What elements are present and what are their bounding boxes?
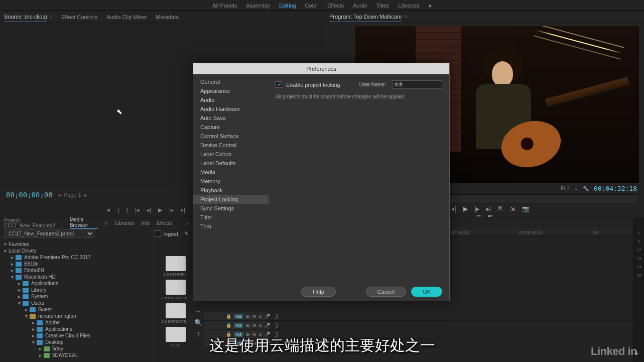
p-mark-out[interactable]: ▸| — [486, 205, 491, 212]
tab-program[interactable]: Program: Top Down Multicam — [329, 12, 402, 22]
p-play-icon[interactable]: ▶ — [463, 205, 468, 212]
p-lift-icon[interactable]: ⇱ — [498, 205, 503, 212]
page-next[interactable]: ▸ — [84, 192, 87, 198]
new-folder-icon[interactable]: ✎ — [184, 230, 189, 237]
pref-category[interactable]: Sync Settings — [193, 204, 269, 213]
enable-locking-checkbox[interactable]: ✔ — [276, 81, 282, 88]
tab-media-browser[interactable]: Media Browser — [70, 217, 98, 229]
pref-category[interactable]: Appearance — [193, 86, 269, 95]
pref-category[interactable]: Label Defaults — [193, 159, 269, 168]
pref-category[interactable]: Audio Hardware — [193, 104, 269, 113]
tree-item[interactable]: ▸Applications — [0, 280, 158, 287]
ws-audio[interactable]: Audio — [353, 3, 367, 9]
ok-button[interactable]: OK — [411, 287, 442, 297]
tree-item[interactable]: ▾Local Drives — [0, 248, 158, 254]
folder-thumb[interactable] — [166, 256, 186, 271]
tab-info[interactable]: Info — [141, 220, 150, 226]
tab-effect-controls[interactable]: Effect Controls — [61, 12, 97, 22]
username-input[interactable] — [392, 80, 442, 89]
prev-frame-icon[interactable]: ◂| — [147, 207, 151, 213]
p-export-icon[interactable]: 📷 — [522, 205, 530, 212]
source-tabs: Source: (no clips)≡ Effect Controls Audi… — [0, 11, 325, 23]
tabs-overflow[interactable]: » — [186, 220, 189, 226]
p-step-fwd[interactable]: |▸ — [475, 205, 479, 212]
pref-category[interactable]: Auto Save — [193, 113, 269, 123]
ws-assembly[interactable]: Assembly — [246, 3, 270, 9]
tree-item[interactable]: ▾Macintosh HD — [0, 274, 158, 280]
pref-category[interactable]: Audio — [193, 95, 269, 104]
settings-icon[interactable]: 🔧 — [583, 186, 589, 191]
source-menu-icon[interactable]: ≡ — [50, 13, 53, 21]
video-subtitle: 这是使用云端描述的主要好处之一 — [0, 335, 644, 356]
step-fwd-icon[interactable]: ▸| — [181, 207, 185, 213]
pref-category[interactable]: Media — [193, 168, 269, 177]
hand-tool-icon[interactable]: ↔ — [195, 307, 202, 315]
pref-category[interactable]: Titler — [193, 213, 269, 222]
tree-item[interactable]: ▾Favorites — [0, 241, 158, 248]
tab-effects-panel[interactable]: Effects — [157, 220, 172, 226]
tree-item[interactable]: ▸Guest — [0, 306, 158, 313]
tab-project[interactable]: Project: CC17_New_Features2 — [4, 217, 63, 228]
tab-source[interactable]: Source: (no clips) — [4, 12, 47, 22]
tree-item[interactable]: ▾richardharrington — [0, 313, 158, 319]
dialog-title: Preferences — [193, 63, 449, 74]
pref-category[interactable]: General — [193, 77, 269, 86]
cancel-button[interactable]: Cancel — [366, 287, 406, 297]
tree-item[interactable]: ▸Adobe Premiere Pro CC 2017 — [0, 254, 158, 261]
play-icon[interactable]: ▶ — [158, 207, 162, 213]
p-extract-icon[interactable]: ⇲ — [510, 205, 515, 212]
ws-libraries[interactable]: Libraries — [398, 3, 419, 9]
program-timecode[interactable]: 00:04:32:18 — [594, 185, 637, 192]
username-label: User Name: — [359, 82, 386, 87]
page-label: Page 1 — [64, 192, 81, 198]
tab-libraries[interactable]: Libraries — [115, 220, 134, 226]
help-button[interactable]: Help — [301, 287, 336, 297]
audio-track[interactable]: 🔒A2⊞MS🎤 — [204, 312, 633, 321]
tree-item[interactable]: ▸Applications — [0, 326, 158, 332]
folder-thumb[interactable] — [166, 280, 186, 295]
pref-category[interactable]: Trim — [193, 222, 269, 231]
ingest-label: Ingest — [163, 231, 178, 237]
pref-category[interactable]: Capture — [193, 123, 269, 132]
pref-category[interactable]: Playback — [193, 186, 269, 195]
goto-in-icon[interactable]: } — [126, 207, 128, 213]
pref-note: All projects must be closed before chang… — [276, 94, 442, 99]
pref-category[interactable]: Project Locking — [193, 195, 269, 204]
tree-item[interactable]: ▾Users — [0, 300, 158, 306]
ws-titles[interactable]: Titles — [376, 3, 389, 9]
tab-audio-mixer[interactable]: Audio Clip Mixer — [106, 12, 147, 22]
pref-category[interactable]: Memory — [193, 177, 269, 186]
workspace-bar: All Panels Assembly Editing Color Effect… — [0, 0, 644, 11]
next-frame-icon[interactable]: |▸ — [169, 207, 174, 213]
step-back-icon[interactable]: |◂ — [135, 207, 140, 213]
tree-item[interactable]: ▸Library — [0, 287, 158, 293]
p-step-back[interactable]: ◂| — [451, 205, 456, 212]
folder-thumb[interactable] — [166, 303, 186, 318]
source-timecode[interactable]: 00;00;00;00 — [6, 191, 53, 199]
ws-overflow[interactable]: » — [429, 3, 432, 9]
zoom-tool-icon[interactable]: 🔍 — [194, 319, 202, 326]
tree-item[interactable]: ▸B810n — [0, 261, 158, 267]
mark-in-icon[interactable]: ● — [107, 207, 110, 213]
program-menu-icon[interactable]: ≡ — [405, 13, 407, 21]
ws-all[interactable]: All Panels — [212, 3, 237, 9]
ws-color[interactable]: Color — [305, 3, 318, 9]
tree-item[interactable]: ▸Adobe — [0, 319, 158, 326]
pref-category-list: GeneralAppearanceAudioAudio HardwareAuto… — [193, 74, 269, 283]
pref-category[interactable]: Device Control — [193, 141, 269, 150]
tree-item[interactable]: ▸System — [0, 293, 158, 300]
tree-item[interactable]: ▸Drobo5N — [0, 267, 158, 274]
zoom-select[interactable]: Full — [561, 186, 569, 191]
ws-effects[interactable]: Effects — [327, 3, 344, 9]
ingest-checkbox[interactable] — [155, 230, 161, 237]
pref-category[interactable]: Label Colors — [193, 150, 269, 159]
page-prev[interactable]: ◂ — [58, 192, 61, 198]
linkedin-watermark: Linked in — [591, 345, 637, 358]
project-file-select[interactable]: CC17_New_Features2.prproj — [4, 229, 94, 238]
audio-track[interactable]: 🔒A3⊞MS🎤 — [204, 321, 633, 330]
tab-metadata[interactable]: Metadata — [156, 12, 179, 22]
pref-category[interactable]: Control Surface — [193, 132, 269, 141]
mark-out-icon[interactable]: { — [117, 207, 119, 213]
chevron-down-icon[interactable]: ⌄ — [574, 186, 578, 191]
ws-editing[interactable]: Editing — [279, 3, 296, 9]
